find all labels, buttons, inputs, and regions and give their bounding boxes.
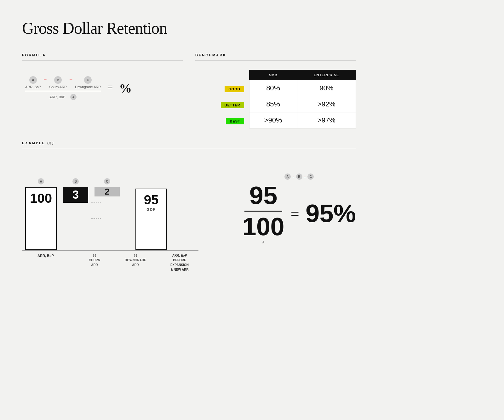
badge-b: B <box>54 76 62 84</box>
enterprise-best: >97% <box>297 112 356 128</box>
smb-better: 85% <box>249 96 297 112</box>
table-row: BETTER 85% >92% <box>195 96 356 112</box>
label-arr-bop: ARR, BoP <box>22 253 69 272</box>
percent-sign: % <box>119 81 132 96</box>
benchmark-label: BENCHMARK <box>195 53 356 57</box>
badge-c: C <box>84 76 92 84</box>
badge-a: A <box>29 76 37 84</box>
formula-numerator: A ARR, BoP − B Churn ARR − C Downgrade A… <box>25 76 101 89</box>
col-enterprise: ENTERPRISE <box>297 70 356 80</box>
fraction-line <box>25 91 101 91</box>
page-title: Gross Dollar Retention <box>22 19 356 37</box>
downgrade-arr-label: Downgrade ARR <box>75 85 101 89</box>
rating-good: GOOD <box>225 86 244 92</box>
label-downgrade: (-)DOWNGRADEARR <box>120 253 151 272</box>
result-fraction: 95 100 A <box>242 183 284 244</box>
formula-item-b: B Churn ARR <box>49 76 67 89</box>
badge-c-bar: C <box>104 178 110 184</box>
connector-bc <box>91 187 101 250</box>
gdr-sublabel: GDR <box>144 207 159 212</box>
churn-arr-label: Churn ARR <box>49 85 67 89</box>
formula-area: A ARR, BoP − B Churn ARR − C Downgrade A… <box>22 70 183 106</box>
result-row: 95 100 A = 95% <box>242 183 356 244</box>
rating-better: BETTER <box>221 102 244 108</box>
example-content: A 100 B 3 <box>22 161 356 272</box>
bar-b-value: 3 <box>72 188 79 201</box>
formula-item-c: C Downgrade ARR <box>75 76 101 89</box>
enterprise-good: 90% <box>297 80 356 96</box>
chart-baseline <box>22 250 198 251</box>
label-arr-eop: ARR, EoPBEFOREEXPANSION& NEW ARR <box>161 253 198 272</box>
col-smb: SMB <box>249 70 297 80</box>
bar-gdr: 95 GDR <box>132 173 170 250</box>
enterprise-better: >92% <box>297 96 356 112</box>
bar-c-value: 2 <box>105 187 110 197</box>
result-badge-b: B <box>296 173 302 180</box>
result-numerator: 95 <box>249 183 278 208</box>
equals-sign: = <box>107 81 113 93</box>
bar-gdr-value: 95 <box>144 192 159 207</box>
formula-item-a: A ARR, BoP <box>25 76 41 89</box>
arr-bop-denom-label: ARR, BoP <box>49 95 65 99</box>
table-row: GOOD 80% 90% <box>195 80 356 96</box>
smb-good: 80% <box>249 80 297 96</box>
result-minus-1: - <box>293 174 294 179</box>
formula-section: FORMULA A ARR, BoP − B Churn ARR − C <box>22 53 183 128</box>
minus-1: − <box>43 77 47 83</box>
label-churn: (-)CHURNARR <box>79 253 110 272</box>
result-area: A - B - C 95 100 A = 95% <box>242 161 356 244</box>
benchmark-table: SMB ENTERPRISE GOOD 80% 90% BETTER 85% <box>195 70 356 128</box>
arr-bop-label: ARR, BoP <box>25 85 41 89</box>
result-fraction-line <box>244 211 282 212</box>
result-badge-a: A <box>284 173 291 180</box>
badge-a-denom: A <box>70 94 77 100</box>
smb-best: >90% <box>249 112 297 128</box>
result-percent: 95% <box>306 199 356 228</box>
badge-a-bar: A <box>38 178 44 184</box>
table-row: BEST >90% >97% <box>195 112 356 128</box>
result-denominator: 100 <box>242 214 284 239</box>
result-badge-c: C <box>307 173 314 180</box>
formula-label: FORMULA <box>22 53 183 57</box>
rating-best: BEST <box>226 118 244 124</box>
bar-a: A 100 <box>22 178 60 250</box>
connector-ab <box>60 187 69 250</box>
bar-a-value: 100 <box>30 188 52 206</box>
result-badges: A - B - C <box>284 173 314 180</box>
example-label: EXAMPLE ($) <box>22 141 356 145</box>
minus-2: − <box>69 77 72 83</box>
formula-fraction: A ARR, BoP − B Churn ARR − C Downgrade A… <box>25 76 101 100</box>
bar-chart: A 100 B 3 <box>22 161 223 272</box>
result-minus-2: - <box>304 174 306 179</box>
formula-denominator: ARR, BoP A <box>49 93 77 100</box>
benchmark-section: BENCHMARK SMB ENTERPRISE GOOD 80% 90% <box>195 53 356 128</box>
badge-b-bar: B <box>72 178 79 184</box>
result-denom-badge: A <box>262 241 264 244</box>
example-section: EXAMPLE ($) A 100 <box>22 141 356 272</box>
result-equals: = <box>291 205 299 222</box>
